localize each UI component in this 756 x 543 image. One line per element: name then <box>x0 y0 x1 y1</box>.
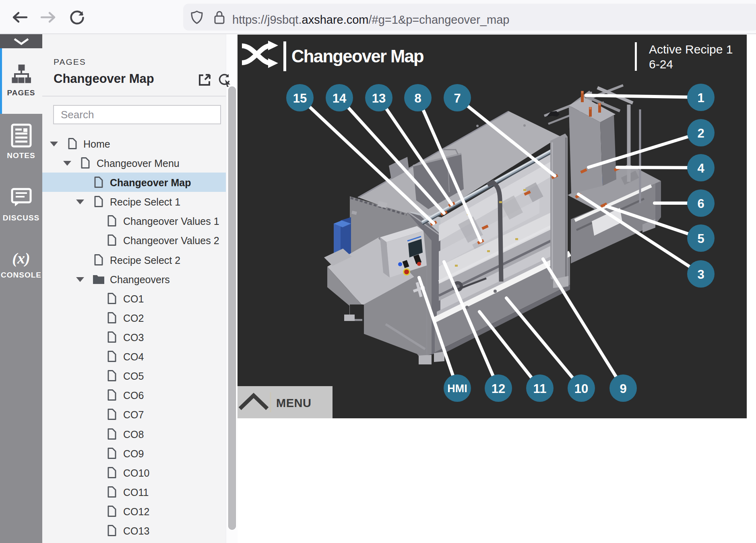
svg-text:HMI: HMI <box>447 383 467 395</box>
svg-text:1: 1 <box>697 91 704 105</box>
svg-text:9: 9 <box>620 382 626 396</box>
svg-text:12: 12 <box>492 382 505 396</box>
svg-text:Changeover Map: Changeover Map <box>291 47 423 66</box>
svg-text:4: 4 <box>697 161 704 175</box>
svg-text:10: 10 <box>574 382 588 396</box>
svg-text:6-24: 6-24 <box>649 58 673 71</box>
svg-text:2: 2 <box>697 126 704 140</box>
svg-text:8: 8 <box>414 91 421 105</box>
svg-text:MENU: MENU <box>276 397 311 409</box>
svg-text:5: 5 <box>697 232 704 246</box>
svg-text:15: 15 <box>293 91 307 105</box>
svg-text:11: 11 <box>533 382 547 396</box>
svg-text:7: 7 <box>454 91 461 105</box>
svg-text:6: 6 <box>697 197 704 211</box>
svg-text:3: 3 <box>697 267 704 282</box>
svg-text:14: 14 <box>333 91 347 105</box>
svg-text:13: 13 <box>372 91 386 105</box>
svg-text:Active Recipe 1: Active Recipe 1 <box>649 43 733 56</box>
